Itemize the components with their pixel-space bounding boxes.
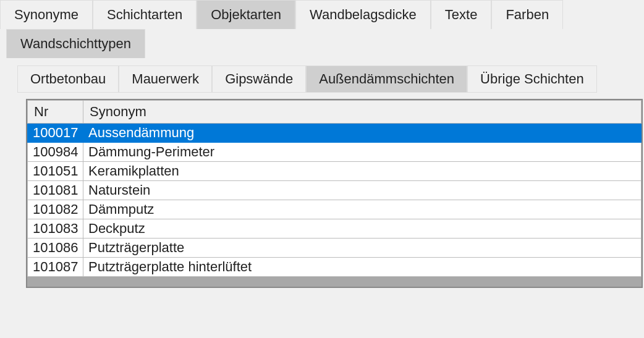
table-row[interactable]: 101081Naturstein (28, 181, 642, 200)
tab-mauerwerk[interactable]: Mauerwerk (119, 65, 212, 93)
table-row[interactable]: 101083Deckputz (28, 219, 642, 239)
cell-nr: 100017 (28, 124, 83, 143)
column-header-nr[interactable]: Nr (28, 101, 83, 124)
table-row[interactable]: 100984Dämmung-Perimeter (28, 143, 642, 162)
table-row[interactable]: 100017Aussendämmung (28, 124, 642, 143)
tab-objektarten[interactable]: Objektarten (197, 0, 295, 29)
table-row[interactable]: 101082Dämmputz (28, 200, 642, 219)
tabs-level1: SynonymeSchichtartenObjektartenWandbelag… (0, 0, 644, 29)
tab-außendämmschichten[interactable]: Außendämmschichten (306, 65, 467, 93)
tab-ortbetonbau[interactable]: Ortbetonbau (17, 65, 119, 93)
table-row[interactable]: 101087Putzträgerplatte hinterlüftet (28, 258, 642, 277)
cell-nr: 101051 (28, 162, 83, 181)
cell-nr: 101087 (28, 258, 83, 277)
cell-nr: 101083 (28, 219, 83, 239)
cell-synonym: Dämmputz (83, 200, 642, 219)
horizontal-scrollbar[interactable] (27, 277, 642, 287)
cell-nr: 101081 (28, 181, 83, 200)
cell-nr: 100984 (28, 143, 83, 162)
tab-übrige-schichten[interactable]: Übrige Schichten (467, 65, 597, 93)
tab-farben[interactable]: Farben (491, 0, 563, 29)
column-header-synonym[interactable]: Synonym (83, 101, 642, 124)
cell-synonym: Naturstein (83, 181, 642, 200)
cell-nr: 101082 (28, 200, 83, 219)
data-table-container: Nr Synonym 100017Aussendämmung100984Dämm… (26, 99, 643, 288)
tab-texte[interactable]: Texte (431, 0, 492, 29)
tab-wandschichttypen[interactable]: Wandschichttypen (6, 29, 145, 58)
cell-synonym: Putzträgerplatte hinterlüftet (83, 258, 642, 277)
tabs-level3: OrtbetonbauMauerwerkGipswändeAußendämmsc… (0, 65, 644, 93)
cell-synonym: Dämmung-Perimeter (83, 143, 642, 162)
tab-synonyme[interactable]: Synonyme (0, 0, 93, 29)
tab-wandbelagsdicke[interactable]: Wandbelagsdicke (295, 0, 431, 29)
tab-schichtarten[interactable]: Schichtarten (93, 0, 197, 29)
data-table: Nr Synonym 100017Aussendämmung100984Dämm… (27, 100, 642, 277)
cell-nr: 101086 (28, 239, 83, 258)
cell-synonym: Aussendämmung (83, 124, 642, 143)
table-row[interactable]: 101051Keramikplatten (28, 162, 642, 181)
tab-gipswände[interactable]: Gipswände (212, 65, 306, 93)
tabs-level2: Wandschichttypen (0, 29, 644, 58)
cell-synonym: Deckputz (83, 219, 642, 239)
table-body: 100017Aussendämmung100984Dämmung-Perimet… (28, 124, 642, 277)
cell-synonym: Putzträgerplatte (83, 239, 642, 258)
cell-synonym: Keramikplatten (83, 162, 642, 181)
table-row[interactable]: 101086Putzträgerplatte (28, 239, 642, 258)
